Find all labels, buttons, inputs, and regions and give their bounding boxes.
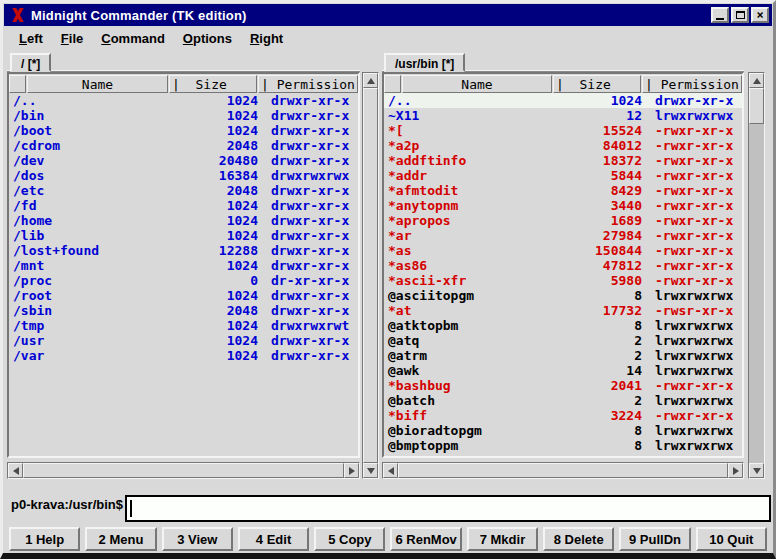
column-header-size[interactable]: | Size	[169, 75, 257, 93]
file-row[interactable]: *[15524-rwxr-xr-x	[384, 123, 742, 138]
f4-edit-button[interactable]: 4 Edit	[238, 527, 309, 551]
f2-menu-button[interactable]: 2 Menu	[85, 527, 156, 551]
scroll-right-button[interactable]	[344, 463, 359, 478]
command-input[interactable]	[125, 495, 771, 522]
file-row[interactable]: /cdrom2048drwxr-xr-x	[9, 138, 358, 153]
file-row[interactable]: /boot1024drwxr-xr-x	[9, 123, 358, 138]
menu-command[interactable]: Command	[92, 28, 174, 49]
scrollbar-thumb[interactable]	[749, 88, 764, 124]
file-size: 1689	[556, 213, 642, 228]
column-header-blank[interactable]	[9, 75, 26, 93]
file-row[interactable]: @bioradtopgm8lrwxrwxrwx	[384, 423, 742, 438]
scroll-up-button[interactable]	[363, 73, 378, 88]
scrollbar-track[interactable]	[23, 463, 344, 478]
menu-right[interactable]: Right	[241, 28, 292, 49]
file-row[interactable]: @awk14lrwxrwxrwx	[384, 363, 742, 378]
file-size: 2	[556, 393, 642, 408]
right-panel-tab[interactable]: /usr/bin [*]	[384, 53, 465, 72]
scroll-up-button[interactable]	[749, 73, 764, 88]
file-row[interactable]: /tmp1024drwxrwxrwt	[9, 318, 358, 333]
file-row[interactable]: /dos16384drwxrwxrwx	[9, 168, 358, 183]
scroll-left-button[interactable]	[8, 463, 23, 478]
column-header-permission[interactable]: | Permission	[258, 75, 358, 93]
title-bar[interactable]: Midnight Commander (TK edition) ×	[4, 4, 772, 26]
scrollbar-thumb[interactable]	[398, 463, 728, 478]
file-row[interactable]: /..1024drwxr-xr-x	[384, 93, 742, 108]
f5-copy-button[interactable]: 5 Copy	[314, 527, 385, 551]
file-row[interactable]: /var1024drwxr-xr-x	[9, 348, 358, 363]
column-header-name[interactable]: Name	[27, 75, 168, 93]
file-size: 17732	[556, 303, 642, 318]
file-row[interactable]: /..1024drwxr-xr-x	[9, 93, 358, 108]
right-panel-vertical-scrollbar[interactable]	[748, 72, 765, 479]
file-row[interactable]: /sbin2048drwxr-xr-x	[9, 303, 358, 318]
f7-mkdir-button[interactable]: 7 Mkdir	[467, 527, 538, 551]
column-header-size[interactable]: | Size	[553, 75, 641, 93]
file-row[interactable]: /lost+found12288drwxr-xr-x	[9, 243, 358, 258]
left-panel-tab[interactable]: / [*]	[10, 53, 51, 72]
right-panel-horizontal-scrollbar[interactable]	[382, 462, 744, 479]
file-row[interactable]: @atrm2lrwxrwxrwx	[384, 348, 742, 363]
file-row[interactable]: @atktopbm8lrwxrwxrwx	[384, 318, 742, 333]
file-row[interactable]: *apropos1689-rwxr-xr-x	[384, 213, 742, 228]
left-tab-line	[7, 70, 360, 72]
file-size: 1024	[172, 348, 258, 363]
f1-help-button[interactable]: 1 Help	[9, 527, 80, 551]
file-row[interactable]: /usr1024drwxr-xr-x	[9, 333, 358, 348]
file-row[interactable]: /fd1024drwxr-xr-x	[9, 198, 358, 213]
minimize-button[interactable]	[711, 7, 729, 23]
scroll-right-button[interactable]	[728, 463, 743, 478]
file-row[interactable]: *anytopnm3440-rwxr-xr-x	[384, 198, 742, 213]
file-row[interactable]: /mnt1024drwxr-xr-x	[9, 258, 358, 273]
file-row[interactable]: /proc0dr-xr-xr-x	[9, 273, 358, 288]
scrollbar-track[interactable]	[398, 463, 728, 478]
file-row[interactable]: @batch2lrwxrwxrwx	[384, 393, 742, 408]
f6-renmov-button[interactable]: 6 RenMov	[390, 527, 461, 551]
column-header-blank[interactable]	[384, 75, 401, 93]
scrollbar-track[interactable]	[749, 88, 764, 463]
file-row[interactable]: *addftinfo18372-rwxr-xr-x	[384, 153, 742, 168]
left-panel-horizontal-scrollbar[interactable]	[7, 462, 360, 479]
scroll-down-button[interactable]	[749, 463, 764, 478]
scroll-left-button[interactable]	[383, 463, 398, 478]
file-row[interactable]: *as8647812-rwxr-xr-x	[384, 258, 742, 273]
file-row[interactable]: /root1024drwxr-xr-x	[9, 288, 358, 303]
menu-file[interactable]: File	[52, 28, 92, 49]
scrollbar-track[interactable]	[363, 88, 378, 463]
scrollbar-thumb[interactable]	[363, 88, 378, 463]
file-row[interactable]: /lib1024drwxr-xr-x	[9, 228, 358, 243]
f3-view-button[interactable]: 3 View	[162, 527, 233, 551]
f10-quit-button[interactable]: 10 Quit	[696, 527, 767, 551]
arrow-up-icon	[367, 78, 375, 84]
file-row[interactable]: *addr5844-rwxr-xr-x	[384, 168, 742, 183]
file-row[interactable]: *afmtodit8429-rwxr-xr-x	[384, 183, 742, 198]
scroll-down-button[interactable]	[363, 463, 378, 478]
file-row[interactable]: /dev20480drwxr-xr-x	[9, 153, 358, 168]
file-row[interactable]: *ar27984-rwxr-xr-x	[384, 228, 742, 243]
file-row[interactable]: *biff3224-rwxr-xr-x	[384, 408, 742, 423]
f9-pulldn-button[interactable]: 9 PullDn	[619, 527, 690, 551]
file-row[interactable]: @atq2lrwxrwxrwx	[384, 333, 742, 348]
file-row[interactable]: *a2p84012-rwxr-xr-x	[384, 138, 742, 153]
close-button[interactable]: ×	[751, 7, 769, 23]
file-row[interactable]: *as150844-rwxr-xr-x	[384, 243, 742, 258]
left-panel-vertical-scrollbar[interactable]	[362, 72, 379, 479]
file-row[interactable]: @bmptoppm8lrwxrwxrwx	[384, 438, 742, 453]
file-row[interactable]: ~X1112lrwxrwxrwx	[384, 108, 742, 123]
file-perm: drwxrwxrwx	[258, 168, 358, 183]
file-row[interactable]: /etc2048drwxr-xr-x	[9, 183, 358, 198]
menu-options[interactable]: Options	[174, 28, 241, 49]
file-row[interactable]: *bashbug2041-rwxr-xr-x	[384, 378, 742, 393]
file-row[interactable]: /bin1024drwxr-xr-x	[9, 108, 358, 123]
file-row[interactable]: /home1024drwxr-xr-x	[9, 213, 358, 228]
file-row[interactable]: *ascii-xfr5980-rwxr-xr-x	[384, 273, 742, 288]
scrollbar-thumb[interactable]	[23, 463, 344, 478]
column-header-permission[interactable]: | Permission	[642, 75, 742, 93]
menu-left[interactable]: Left	[10, 28, 52, 49]
file-row[interactable]: @asciitopgm8lrwxrwxrwx	[384, 288, 742, 303]
f8-delete-button[interactable]: 8 Delete	[543, 527, 614, 551]
file-name: /cdrom	[9, 138, 172, 153]
column-header-name[interactable]: Name	[402, 75, 552, 93]
maximize-button[interactable]	[731, 7, 749, 23]
file-row[interactable]: *at17732-rwsr-xr-x	[384, 303, 742, 318]
